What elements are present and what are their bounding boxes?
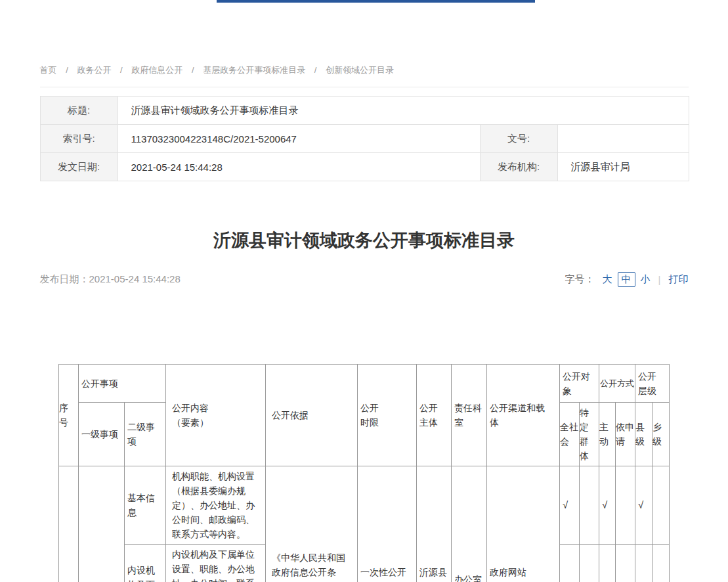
header-level2: 二级事 项 (125, 403, 166, 466)
header-method: 公开方式 (599, 365, 635, 403)
header-item: 公开事项 (79, 365, 166, 403)
header-method-request: 依申 请 (616, 403, 635, 466)
header-level1: 一级事项 (79, 403, 125, 466)
cell-check-audience-all: √ (560, 545, 580, 582)
header-content: 公开内容 （要素） (166, 365, 266, 466)
header-channel: 公开渠道和载 体 (487, 365, 560, 466)
cell-level2: 基本信息 (125, 466, 166, 545)
top-nav-bar-remnant (217, 0, 535, 3)
cell-check-level-county: √ (635, 545, 653, 582)
cell-department: 办公室 (452, 466, 487, 582)
publish-date: 发布日期：2021-05-24 15:44:28 (40, 273, 181, 286)
cell-content: 机构职能、机构设置（根据县委编办规定）、办公地址、办公时间、邮政编码、联系方式等… (166, 466, 266, 545)
breadcrumb-separator: / (66, 65, 68, 75)
header-audience-all: 全社 会 (560, 403, 580, 466)
header-level-county: 县 级 (635, 403, 653, 466)
header-seq: 序 号 (59, 365, 79, 466)
breadcrumb-current: 创新领域公开目录 (326, 65, 394, 75)
fontsize-label: 字号： (565, 273, 595, 286)
document-meta-table: 标题: 沂源县审计领域政务公开事项标准目录 索引号: 1137032300422… (40, 96, 689, 181)
cell-check-audience-specific (580, 545, 599, 582)
publish-toolbar: 发布日期：2021-05-24 15:44:28 字号： 大 中 小 | 打印 (40, 272, 689, 287)
breadcrumb-zhengwu[interactable]: 政务公开 (77, 65, 111, 75)
cell-level2: 内设机构及下属事业单位 (125, 545, 166, 582)
cell-check-level-town (653, 466, 670, 545)
meta-title-value: 沂源县审计领域政务公开事项标准目录 (118, 97, 689, 125)
cell-check-level-town (653, 545, 670, 582)
cell-subject: 沂源县审计局 (417, 466, 452, 582)
print-button[interactable]: 打印 (669, 273, 689, 286)
breadcrumb-separator: / (192, 65, 194, 75)
header-level-town: 乡 级 (653, 403, 670, 466)
breadcrumb-xinxi[interactable]: 政府信息公开 (131, 65, 182, 75)
publish-date-value: 2021-05-24 15:44:28 (89, 273, 181, 284)
header-audience-specific: 特 定 群 体 (580, 403, 599, 466)
page-container: 首页 / 政务公开 / 政府信息公开 / 基层政务公开事项标准目录 / 创新领域… (40, 0, 689, 582)
breadcrumb-separator: / (314, 65, 317, 75)
meta-org-value: 沂源县审计局 (557, 153, 689, 181)
meta-docnum-label: 文号: (480, 125, 557, 153)
cell-channel: 政府网站 公开查阅点 (487, 466, 560, 582)
cell-seq (59, 466, 79, 582)
cell-check-method-request (616, 545, 635, 582)
meta-index-value: 11370323004223148C/2021-5200647 (118, 125, 480, 153)
cell-basis: 《中华人民共和国政府信息公开条例》（国务院令第711号） (266, 466, 358, 582)
header-level: 公开 层级 (635, 365, 670, 403)
cell-check-method-active: √ (599, 545, 616, 582)
cell-deadline: 一次性公开并动态调整 (358, 466, 417, 582)
page-title: 沂源县审计领域政务公开事项标准目录 (40, 229, 689, 252)
header-method-active: 主 动 (599, 403, 616, 466)
breadcrumb-separator: / (120, 65, 123, 75)
meta-title-label: 标题: (40, 97, 118, 125)
fontsize-small-button[interactable]: 小 (641, 273, 651, 286)
cell-check-method-active: √ (599, 466, 616, 545)
tools-divider: | (658, 274, 661, 285)
meta-docnum-value (557, 125, 689, 153)
meta-index-label: 索引号: (40, 125, 118, 153)
header-department: 责任科 室 (452, 365, 487, 466)
cell-content: 内设机构及下属单位设置、职能、办公地址、办公时间、联系方式、负责人姓名等。 (166, 545, 266, 582)
breadcrumb-jiceng[interactable]: 基层政务公开事项标准目录 (203, 65, 305, 75)
cell-level1 (79, 466, 125, 582)
fontsize-medium-button[interactable]: 中 (618, 272, 635, 287)
catalog-table: 序 号 公开事项 公开内容 （要素） 公开依据 公开 时限 公开 主体 责任科 … (58, 364, 670, 582)
breadcrumb: 首页 / 政务公开 / 政府信息公开 / 基层政务公开事项标准目录 / 创新领域… (40, 64, 689, 87)
header-audience: 公开对 象 (560, 365, 599, 403)
meta-date-label: 发文日期: (40, 153, 118, 181)
fontsize-large-button[interactable]: 大 (603, 273, 612, 286)
header-subject: 公开 主体 (417, 365, 452, 466)
cell-check-audience-all: √ (560, 466, 580, 545)
breadcrumb-home[interactable]: 首页 (40, 65, 57, 75)
publish-date-label: 发布日期： (40, 273, 89, 284)
meta-org-label: 发布机构: (480, 153, 557, 181)
cell-check-audience-specific (580, 466, 599, 545)
cell-check-level-county: √ (635, 466, 653, 545)
meta-date-value: 2021-05-24 15:44:28 (118, 153, 480, 181)
header-basis: 公开依据 (266, 365, 358, 466)
cell-check-method-request (616, 466, 635, 545)
font-print-tools: 字号： 大 中 小 | 打印 (565, 272, 689, 287)
header-deadline: 公开 时限 (358, 365, 417, 466)
